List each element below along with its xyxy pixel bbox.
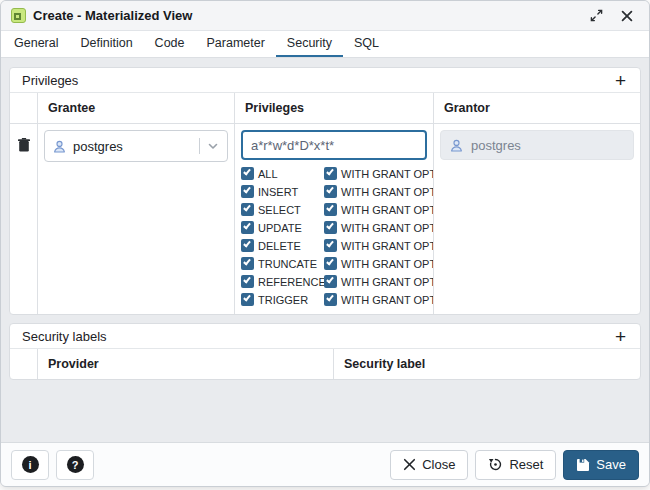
privilege-checkbox-trigger[interactable]: TRIGGER bbox=[241, 293, 324, 306]
checkbox-checked-icon bbox=[241, 167, 254, 180]
checkbox-checked-icon bbox=[324, 239, 337, 252]
delete-column-header bbox=[10, 349, 38, 379]
privilege-table-row: postgres ALL WITH GRANT OPTION INSERT WI… bbox=[10, 124, 640, 314]
select-divider bbox=[199, 138, 200, 154]
column-header-security-label: Security label bbox=[334, 349, 640, 379]
grant-option-checkbox-select[interactable]: WITH GRANT OPTION bbox=[324, 203, 434, 216]
checkbox-checked-icon bbox=[324, 275, 337, 288]
checkbox-checked-icon bbox=[241, 239, 254, 252]
tab-general[interactable]: General bbox=[3, 31, 69, 57]
checkbox-checked-icon bbox=[241, 275, 254, 288]
security-labels-table-header: Provider Security label bbox=[10, 349, 640, 379]
column-header-provider: Provider bbox=[38, 349, 334, 379]
grantee-select[interactable]: postgres bbox=[44, 130, 228, 162]
grant-option-checkbox-delete[interactable]: WITH GRANT OPTION bbox=[324, 239, 434, 252]
tab-parameter[interactable]: Parameter bbox=[196, 31, 276, 57]
create-materialized-view-dialog: Create - Materialized View General Defin… bbox=[0, 0, 650, 487]
checkbox-checked-icon bbox=[324, 221, 337, 234]
grantee-cell: postgres bbox=[38, 124, 235, 314]
grant-option-checkbox-insert[interactable]: WITH GRANT OPTION bbox=[324, 185, 434, 198]
checkbox-checked-icon bbox=[241, 221, 254, 234]
checkbox-checked-icon bbox=[241, 203, 254, 216]
privilege-options-dropdown: ALL WITH GRANT OPTION INSERT WITH GRANT … bbox=[241, 167, 433, 306]
privileges-input[interactable] bbox=[241, 130, 427, 160]
privileges-section-title: Privileges bbox=[22, 73, 78, 88]
checkbox-checked-icon bbox=[324, 185, 337, 198]
privileges-table-header: Grantee Privileges Grantor bbox=[10, 93, 640, 124]
reset-button-label: Reset bbox=[509, 457, 543, 472]
delete-cell bbox=[10, 124, 38, 314]
reset-button[interactable]: Reset bbox=[475, 450, 556, 480]
grantor-field: postgres bbox=[440, 130, 634, 160]
column-header-grantee: Grantee bbox=[38, 93, 235, 123]
reset-icon bbox=[488, 457, 503, 472]
tab-sql[interactable]: SQL bbox=[343, 31, 390, 57]
checkbox-checked-icon bbox=[324, 257, 337, 270]
grant-option-checkbox-truncate[interactable]: WITH GRANT OPTION bbox=[324, 257, 434, 270]
delete-row-button[interactable] bbox=[18, 138, 30, 155]
dialog-title: Create - Materialized View bbox=[33, 8, 192, 23]
checkbox-checked-icon bbox=[241, 185, 254, 198]
user-icon bbox=[52, 139, 67, 154]
help-button[interactable]: ? bbox=[56, 450, 94, 480]
grantor-value: postgres bbox=[471, 138, 521, 153]
tab-bar: General Definition Code Parameter Securi… bbox=[1, 31, 649, 58]
close-button[interactable]: Close bbox=[390, 450, 468, 480]
help-icon: ? bbox=[67, 456, 84, 473]
user-icon bbox=[449, 138, 464, 153]
tab-definition[interactable]: Definition bbox=[69, 31, 143, 57]
privileges-cell: ALL WITH GRANT OPTION INSERT WITH GRANT … bbox=[235, 124, 434, 314]
security-labels-panel: Security labels + Provider Security labe… bbox=[9, 323, 641, 380]
privilege-checkbox-truncate[interactable]: TRUNCATE bbox=[241, 257, 324, 270]
dialog-footer: i ? Close Reset Save bbox=[1, 442, 649, 486]
column-header-privileges: Privileges bbox=[235, 93, 434, 123]
maximize-button[interactable] bbox=[584, 4, 608, 28]
close-dialog-button[interactable] bbox=[615, 4, 639, 28]
grantee-value: postgres bbox=[73, 139, 123, 154]
tab-code[interactable]: Code bbox=[144, 31, 196, 57]
checkbox-checked-icon bbox=[241, 257, 254, 270]
save-icon bbox=[576, 458, 590, 472]
privilege-checkbox-insert[interactable]: INSERT bbox=[241, 185, 324, 198]
grant-option-checkbox-references[interactable]: WITH GRANT OPTION bbox=[324, 275, 434, 288]
info-icon: i bbox=[22, 456, 39, 473]
grantor-cell: postgres bbox=[434, 124, 640, 314]
privileges-panel-header: Privileges + bbox=[10, 68, 640, 93]
checkbox-checked-icon bbox=[324, 293, 337, 306]
delete-column-header bbox=[10, 93, 38, 123]
checkbox-checked-icon bbox=[241, 293, 254, 306]
grant-option-checkbox-all[interactable]: WITH GRANT OPTION bbox=[324, 167, 434, 180]
add-security-label-button[interactable]: + bbox=[613, 327, 628, 346]
trash-icon bbox=[18, 138, 30, 152]
grant-option-checkbox-trigger[interactable]: WITH GRANT OPTION bbox=[324, 293, 434, 306]
privilege-checkbox-references[interactable]: REFERENCES bbox=[241, 275, 324, 288]
expand-icon bbox=[590, 9, 603, 22]
materialized-view-icon bbox=[11, 8, 26, 23]
privilege-checkbox-update[interactable]: UPDATE bbox=[241, 221, 324, 234]
chevron-down-icon[interactable] bbox=[206, 139, 220, 153]
column-header-grantor: Grantor bbox=[434, 93, 640, 123]
privilege-checkbox-select[interactable]: SELECT bbox=[241, 203, 324, 216]
privilege-checkbox-delete[interactable]: DELETE bbox=[241, 239, 324, 252]
dialog-titlebar: Create - Materialized View bbox=[1, 1, 649, 31]
checkbox-checked-icon bbox=[324, 167, 337, 180]
tab-security[interactable]: Security bbox=[276, 31, 343, 57]
info-button[interactable]: i bbox=[11, 450, 49, 480]
add-privilege-button[interactable]: + bbox=[613, 71, 628, 90]
close-icon bbox=[621, 10, 633, 22]
security-labels-panel-header: Security labels + bbox=[10, 324, 640, 349]
security-labels-section-title: Security labels bbox=[22, 329, 107, 344]
privileges-panel: Privileges + Grantee Privileges Grantor bbox=[9, 67, 641, 315]
save-button[interactable]: Save bbox=[563, 450, 639, 480]
close-x-icon bbox=[403, 458, 416, 471]
grant-option-checkbox-update[interactable]: WITH GRANT OPTION bbox=[324, 221, 434, 234]
privilege-checkbox-all[interactable]: ALL bbox=[241, 167, 324, 180]
save-button-label: Save bbox=[596, 457, 626, 472]
close-button-label: Close bbox=[422, 457, 455, 472]
security-tab-content: Privileges + Grantee Privileges Grantor bbox=[1, 58, 649, 442]
checkbox-checked-icon bbox=[324, 203, 337, 216]
